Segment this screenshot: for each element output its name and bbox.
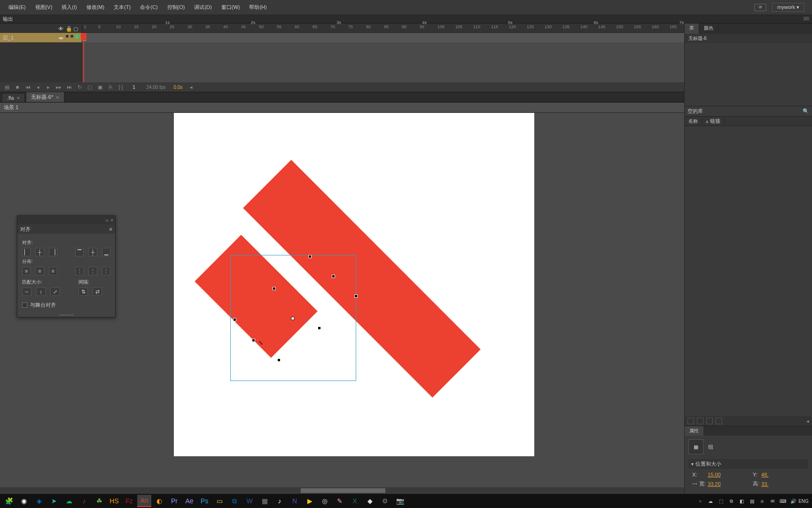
workspace-switcher[interactable]: mywork ▾ bbox=[772, 3, 804, 12]
align-left-button[interactable]: ▏ bbox=[22, 248, 31, 256]
camera-icon[interactable]: ■ bbox=[13, 84, 22, 90]
selection-bounding-box[interactable] bbox=[230, 255, 356, 381]
align-vcenter-button[interactable]: ┼ bbox=[88, 248, 97, 256]
dist-bottom-button[interactable]: ≡ bbox=[49, 267, 57, 275]
menu-view[interactable]: 视图(V) bbox=[31, 2, 57, 13]
go-first-icon[interactable]: ⏮ bbox=[23, 84, 32, 90]
taskbar-app-music[interactable]: ♪ bbox=[77, 495, 91, 507]
tray-icon[interactable]: ◧ bbox=[738, 497, 745, 505]
menu-window[interactable]: 窗口(W) bbox=[217, 2, 245, 13]
panel-menu-icon[interactable]: ≡ bbox=[109, 226, 112, 232]
taskbar-app-nox[interactable]: N bbox=[288, 495, 302, 507]
taskbar-app-chrome[interactable]: ◉ bbox=[17, 495, 31, 507]
search-icon[interactable]: 🔍 bbox=[803, 108, 809, 114]
position-size-header[interactable]: ▾ 位置和大小 bbox=[688, 459, 808, 469]
taskbar-app-paint[interactable]: ✎ bbox=[333, 495, 347, 507]
new-layer-icon[interactable]: ▤ bbox=[3, 84, 11, 90]
taskbar-app-wechat[interactable]: ☁ bbox=[62, 495, 76, 507]
lib-col-name[interactable]: 名称 bbox=[685, 118, 702, 125]
taskbar-app-gear[interactable]: ⚙ bbox=[378, 495, 392, 507]
tray-icon[interactable]: ENG bbox=[800, 497, 807, 505]
tray-icon[interactable]: ☁ bbox=[707, 497, 714, 505]
taskbar-app-hs[interactable]: HS bbox=[107, 495, 121, 507]
align-top-button[interactable]: ▔ bbox=[75, 248, 84, 256]
scroll-left-icon[interactable]: ◂ bbox=[187, 84, 195, 90]
step-back-icon[interactable]: ◂ bbox=[34, 84, 42, 90]
align-right-button[interactable]: ▕ bbox=[49, 248, 57, 256]
align-hcenter-button[interactable]: ┼ bbox=[35, 248, 44, 256]
layer-row[interactable]: 层_1 ◂▸ bbox=[0, 33, 82, 42]
taskbar-app-camera[interactable]: 📷 bbox=[393, 495, 407, 507]
canvas[interactable]: ⤡ bbox=[174, 113, 534, 456]
close-icon[interactable]: × bbox=[17, 95, 20, 101]
layer-vis-dot[interactable] bbox=[66, 35, 69, 38]
match-width-button[interactable]: ↔ bbox=[22, 287, 31, 296]
panel-titlebar[interactable]: ‹‹ × bbox=[17, 216, 115, 224]
document-tab[interactable]: 无标题-6*× bbox=[26, 92, 64, 102]
tray-icon[interactable]: ▤ bbox=[748, 497, 756, 505]
tray-icon[interactable]: ⬚ bbox=[717, 497, 725, 505]
x-value[interactable]: 15.00 bbox=[708, 472, 751, 477]
dist-right-button[interactable]: ⋮ bbox=[102, 267, 110, 275]
go-last-icon[interactable]: ⏭ bbox=[65, 84, 73, 90]
y-value[interactable]: 48. bbox=[761, 472, 804, 477]
lib-col-link[interactable]: ▴ 链接 bbox=[702, 118, 725, 125]
outline-icon[interactable]: ▢ bbox=[73, 26, 78, 31]
transform-handle[interactable] bbox=[273, 287, 276, 290]
space-v-button[interactable]: ⇅ bbox=[78, 287, 88, 296]
loop-icon[interactable]: ↻ bbox=[75, 84, 84, 90]
space-h-button[interactable]: ⇄ bbox=[93, 287, 102, 296]
align-tab[interactable]: 对齐 bbox=[20, 226, 31, 233]
close-icon[interactable]: × bbox=[110, 218, 113, 223]
new-symbol-icon[interactable] bbox=[687, 418, 694, 424]
layer-outline-swatch[interactable] bbox=[75, 35, 79, 39]
visibility-icon[interactable]: 👁 bbox=[58, 26, 63, 31]
new-folder-icon[interactable] bbox=[697, 418, 703, 424]
transform-handle[interactable] bbox=[318, 326, 321, 330]
match-height-button[interactable]: ↕ bbox=[36, 287, 46, 296]
layer-play-icon[interactable]: ◂▸ bbox=[58, 35, 64, 41]
onion2-icon[interactable]: ▣ bbox=[96, 84, 104, 90]
library-tab[interactable]: 库 bbox=[685, 24, 699, 34]
menu-modify[interactable]: 修改(M) bbox=[82, 2, 109, 13]
step-fwd-icon[interactable]: ▸▸ bbox=[55, 84, 63, 90]
properties-tab[interactable]: 属性 bbox=[685, 426, 703, 436]
transform-handle[interactable] bbox=[332, 275, 335, 278]
sync-icon[interactable]: ⟳ bbox=[754, 4, 766, 11]
taskbar-app-tiles[interactable]: ▦ bbox=[258, 495, 272, 507]
onion-icon[interactable]: ▢ bbox=[86, 84, 94, 90]
checkbox-icon[interactable] bbox=[22, 302, 27, 308]
onion3-icon[interactable]: ⎘ bbox=[106, 84, 115, 90]
menu-edit[interactable]: 编辑(E) bbox=[4, 2, 31, 13]
windows-taskbar[interactable]: 🧩◉◈➤☁♪☘HSFzAn◐PrAePs▭⧉W▦♪N▶◎✎X◆⚙📷 ○☁⬚⚙◧▤… bbox=[0, 494, 812, 508]
taskbar-app-eclipse[interactable]: ◐ bbox=[152, 495, 166, 507]
transform-handle[interactable] bbox=[233, 318, 236, 321]
lock-icon[interactable]: 🔒 bbox=[66, 26, 70, 31]
taskbar-app-ae[interactable]: Ae bbox=[182, 495, 196, 507]
taskbar-app-send[interactable]: ➤ bbox=[47, 495, 61, 507]
taskbar-app-animate[interactable]: An bbox=[137, 495, 151, 507]
menu-debug[interactable]: 调试(D) bbox=[189, 2, 216, 13]
marker-icon[interactable]: [·] bbox=[117, 84, 125, 90]
playhead[interactable] bbox=[83, 33, 84, 82]
menu-help[interactable]: 帮助(H) bbox=[244, 2, 271, 13]
taskbar-app-unity[interactable]: ◆ bbox=[363, 495, 377, 507]
tray-icon[interactable]: ⚙ bbox=[727, 497, 735, 505]
transform-handle[interactable] bbox=[252, 339, 255, 342]
taskbar-app-obs[interactable]: ◎ bbox=[318, 495, 332, 507]
delete-icon[interactable] bbox=[716, 418, 722, 424]
chevron-left-icon[interactable]: ◂ bbox=[806, 418, 809, 424]
dist-vcenter-button[interactable]: ≡ bbox=[35, 267, 44, 275]
collapse-icon[interactable]: ‹‹ bbox=[105, 218, 109, 223]
menu-insert[interactable]: 插入(I) bbox=[57, 2, 81, 13]
document-tab[interactable]: .fla× bbox=[2, 93, 25, 102]
menu-control[interactable]: 控制(O) bbox=[163, 2, 190, 13]
taskbar-app-game[interactable]: ▶ bbox=[303, 495, 317, 507]
panel-resize-grip[interactable] bbox=[17, 312, 115, 317]
panel-grip-icon[interactable] bbox=[804, 17, 809, 21]
w-value[interactable]: 33.20 bbox=[708, 481, 751, 487]
library-document-select[interactable]: 无标题-6 bbox=[685, 34, 812, 43]
dist-left-button[interactable]: ⋮ bbox=[75, 267, 84, 275]
color-tab[interactable]: 颜色 bbox=[699, 24, 718, 34]
scene-label[interactable]: 场景 1 bbox=[4, 104, 18, 111]
